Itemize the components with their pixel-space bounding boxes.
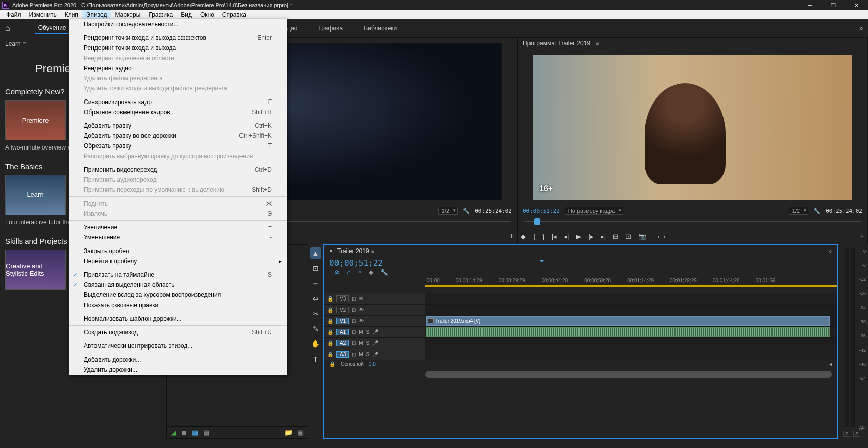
menu-эпизод[interactable]: Эпизод [82,10,111,19]
track-body[interactable]: Trailer 2019.mp4 [V] [425,316,837,326]
menu-item[interactable]: Выделение вслед за курсором воспроизведе… [69,290,287,300]
menu-вид[interactable]: Вид [177,10,196,19]
toggle-output-icon[interactable]: 👁 [359,307,364,313]
solo-left-button[interactable]: S [843,431,850,437]
lock-icon[interactable]: 🔒 [327,318,333,324]
program-scrub-bar[interactable] [524,217,861,229]
marker-icon[interactable]: ⌖ [358,269,362,276]
voice-icon[interactable]: 🎤 [372,329,378,335]
linked-sel-icon[interactable]: ∩ [347,269,351,276]
menu-item[interactable]: Удалить дорожки... [69,365,287,375]
tool-5[interactable]: ✎ [310,323,321,334]
menu-item[interactable]: Уменьшение- [69,232,287,242]
tool-3[interactable]: ⇔ [310,293,321,304]
go-out-button[interactable]: ▸| [601,233,606,240]
wrench-icon[interactable]: 🔧 [813,208,821,214]
track-target-V2[interactable]: V2 [336,307,349,313]
sync-lock-icon[interactable]: ⊡ [352,340,356,346]
menu-item[interactable]: Закрыть пробел [69,246,287,256]
learn-thumb-overview[interactable]: Premiere [5,100,66,140]
settings-icon[interactable]: 🔧 [380,269,388,276]
minimize-button[interactable]: ─ [798,0,822,10]
close-button[interactable]: ✕ [845,0,868,10]
prev-keyframe-icon[interactable]: ◂ [829,361,832,367]
lock-icon[interactable]: 🔒 [329,361,335,367]
solo-right-button[interactable]: S [853,431,860,437]
icon-view-icon[interactable]: ▦ [192,429,198,436]
sync-lock-icon[interactable]: ⊡ [352,329,356,335]
menu-item[interactable]: Обрезать правкуT [69,141,287,151]
freeform-icon[interactable]: ▤ [203,429,209,436]
menu-файл[interactable]: Файл [2,10,25,19]
mix-mode-label[interactable]: Основной [341,361,364,367]
timeline-hscroll[interactable] [425,371,832,378]
play-button[interactable]: ▶ [576,233,581,240]
video-clip[interactable]: Trailer 2019.mp4 [V] [426,316,830,326]
menu-item[interactable]: Добавить правкуCtrl+K [69,121,287,131]
sequence-tab[interactable]: Trailer 2019 [337,247,375,255]
track-target-A1[interactable]: A1 [336,329,349,335]
playhead[interactable] [542,263,542,423]
tool-4[interactable]: ✂ [310,308,321,319]
menu-item[interactable]: Обратное совмещение кадровShift+R [69,107,287,117]
menu-item[interactable]: Применить видеопереходCtrl+D [69,165,287,175]
mix-value[interactable]: 0,0 [369,361,376,367]
menu-item[interactable]: Добавить правку во все дорожкиCtrl+Shift… [69,131,287,141]
tool-7[interactable]: T [310,354,321,365]
menu-item[interactable]: Перейти к пробелу [69,256,287,266]
voice-icon[interactable]: 🎤 [372,340,378,346]
sync-lock-icon[interactable]: ⊡ [352,296,356,302]
new-item-icon[interactable]: ▣ [298,429,304,436]
workspace-tab-6[interactable]: Графика [315,23,346,34]
menu-item[interactable]: Привязать на таймлайнеS [69,270,287,280]
mute-button[interactable]: M [359,329,363,335]
lock-icon[interactable]: 🔒 [327,296,333,302]
menu-справка[interactable]: Справка [218,10,250,19]
new-bin-icon[interactable]: 📁 [284,429,293,436]
timeline-current-tc[interactable]: 00;00;51;22 [329,258,383,268]
menu-item[interactable]: Рендеринг аудио [69,63,287,73]
workspace-tab-0[interactable]: Обучение [35,22,69,34]
add-marker-button[interactable]: ◆ [521,233,526,240]
workspace-tab-7[interactable]: Библиотеки [361,23,400,34]
menu-item[interactable]: Нормализовать шаблон дорожки... [69,314,287,324]
menu-item[interactable]: Синхронизировать кадрF [69,97,287,107]
sync-lock-icon[interactable]: ⊡ [352,307,356,313]
mute-button[interactable]: M [359,340,363,346]
menu-маркеры[interactable]: Маркеры [111,10,144,19]
track-target-A3[interactable]: A3 [336,351,349,358]
audio-clip[interactable] [426,327,830,337]
toggle-output-icon[interactable]: 👁 [359,318,364,324]
snap-icon[interactable]: ※ [334,269,340,276]
track-body[interactable] [425,305,837,315]
workspace-overflow-icon[interactable]: » [859,25,863,32]
lock-icon[interactable]: 🔒 [327,329,333,335]
tool-6[interactable]: ✋ [310,338,321,350]
track-body[interactable] [425,349,837,360]
solo-button[interactable]: S [366,352,370,357]
wrench-icon[interactable]: 🔧 [463,208,470,214]
solo-button[interactable]: S [366,340,370,346]
track-body[interactable] [425,327,837,337]
tool-2[interactable]: ↔ [310,278,321,289]
list-view-icon[interactable]: ≣ [181,429,187,436]
menu-item[interactable]: Настройки последовательности... [69,19,287,29]
tool-0[interactable]: ▲ [310,247,321,259]
track-target-V1[interactable]: V1 [336,318,349,324]
solo-button[interactable]: S [366,329,370,335]
mark-out-button[interactable]: } [542,233,544,240]
menu-item[interactable]: Автоматически центрировать эпизод... [69,341,287,351]
tool-1[interactable]: ⊡ [310,263,321,274]
track-body[interactable] [425,293,837,304]
seq-close-icon[interactable]: × [329,247,333,255]
sync-lock-icon[interactable]: ⊡ [352,352,356,357]
menu-item[interactable]: Создать подэпизодShift+U [69,327,287,337]
step-fwd-button[interactable]: |▸ [588,233,593,240]
mark-in-button[interactable]: { [533,233,535,240]
add-marker-icon[interactable]: ◆ [369,269,373,276]
menu-item[interactable]: Увеличение= [69,222,287,232]
menu-item[interactable]: Рендеринг точки входа и выхода [69,43,287,53]
go-in-button[interactable]: |◂ [552,233,557,240]
sync-lock-icon[interactable]: ⊡ [352,318,356,324]
program-video-canvas[interactable] [533,55,852,200]
